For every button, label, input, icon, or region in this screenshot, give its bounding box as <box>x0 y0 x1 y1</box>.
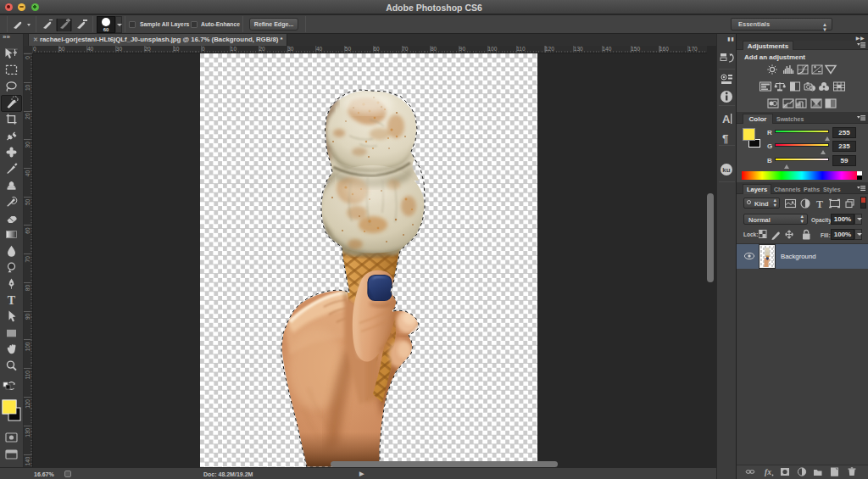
svg-text:20: 20 <box>25 113 31 120</box>
svg-text:T: T <box>8 294 16 307</box>
svg-text:0: 0 <box>25 56 31 59</box>
svg-text:30: 30 <box>25 142 31 148</box>
svg-text:60: 60 <box>25 227 31 234</box>
svg-text:140: 140 <box>25 456 31 465</box>
svg-text:fx: fx <box>765 468 771 476</box>
svg-text:50: 50 <box>25 198 31 205</box>
svg-text:ku: ku <box>722 166 730 174</box>
svg-text:80: 80 <box>25 285 31 292</box>
svg-text:A: A <box>722 113 731 125</box>
svg-text:110: 110 <box>25 370 31 380</box>
svg-text:90: 90 <box>25 313 31 320</box>
svg-text:70: 70 <box>25 256 31 263</box>
svg-text:130: 130 <box>25 427 31 437</box>
svg-text:40: 40 <box>25 170 31 177</box>
svg-text:100: 100 <box>25 342 31 351</box>
svg-text:T: T <box>816 198 823 209</box>
svg-text:¶: ¶ <box>722 132 728 145</box>
svg-text:120: 120 <box>25 399 31 409</box>
svg-text:10: 10 <box>25 84 31 91</box>
